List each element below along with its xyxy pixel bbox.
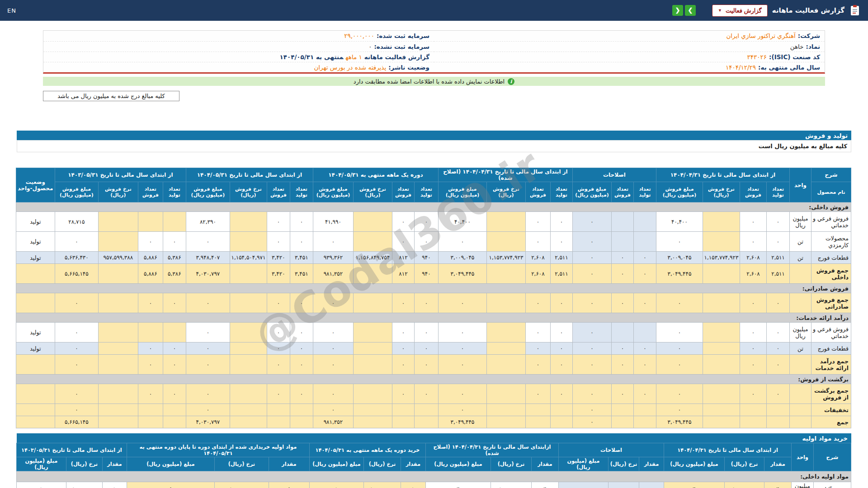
table-cell: ۰ [611,343,633,355]
row-label: تخفیفات [811,404,851,416]
table-cell: ۰ [572,384,611,404]
unit-cell: میلیون ریال [790,323,811,343]
table-cell [353,323,392,343]
table-cell: ۰ [313,355,353,375]
table-cell: ۸۱۲ [392,264,414,284]
language-en-link[interactable]: EN [7,7,16,14]
table-cell [230,416,267,428]
table-cell: ۰ [267,323,290,343]
column-header: شرح [811,168,851,182]
table-cell: ۴ [664,482,724,488]
table-cell: ۰ [138,293,163,313]
table-cell [486,343,525,355]
table-cell: ۰ [633,264,656,284]
next-report-button[interactable]: ❯ [685,5,696,16]
column-header: مبلغ (میلیون ریال) [309,457,363,471]
report-type-dropdown[interactable]: گزارش فعالیت ▼ [712,5,768,17]
table-cell: ۰ [163,355,186,375]
table-cell: ۰ [740,293,767,313]
table-cell: ۰ [740,232,767,252]
table-cell: ۲,۵۱۱ [550,264,572,284]
table-cell: ۰ [438,323,486,343]
table-cell: ۳,۰۴۹,۴۴۵ [438,264,486,284]
column-header: نرخ فروش (ریال) [98,182,138,202]
table-cell: ۰ [438,355,486,375]
table-cell [740,416,767,428]
table-cell: ۱,۰۰۰,۰۰۰ [363,482,401,488]
status-cell: تولید [16,343,55,355]
unit-cell [790,384,811,404]
table-cell: ۰ [267,232,290,252]
table-cell [353,355,392,375]
table-cell [703,355,740,375]
table-cell: ۰ [313,232,353,252]
table-cell: ۱,۱۵۳,۷۷۴,۹۲۳ [486,252,525,264]
table-cell: ۰ [163,293,186,313]
table-cell: ۵,۳۸۶ [163,264,186,284]
table-cell: ۰ [656,404,703,416]
table-cell: ۳,۰۰۹,۰۴۵ [438,252,486,264]
table-cell: ۹۵۷,۵۹۹,۳۸۸ [98,252,138,264]
table-cell: ۰ [392,343,414,355]
table-cell: ۰ [656,384,703,404]
table-cell [703,343,740,355]
table-cell [392,416,414,428]
table-cell [230,343,267,355]
column-header: تعداد فروش [138,182,163,202]
table-cell: ۵ [269,482,309,488]
report-dropdown-label: گزارش فعالیت [726,7,762,14]
table-cell [353,343,392,355]
info-value: ۱۴۰۴/۱۲/۲۹ [726,64,756,71]
unit-cell [790,416,811,428]
table-cell [525,404,550,416]
table-cell: ۱,۰۰۰,۰۰۰ [725,482,764,488]
sales-subtitle: کلیه مبالغ به میلیون ریال است [17,140,851,152]
table-cell: ۰ [633,384,656,404]
table-cell [230,293,267,313]
table-cell: ۱,۰۰۰,۰۰۰ [214,482,269,488]
table-cell: ۰ [55,232,98,252]
unit-cell: میلیون ریال [792,482,814,488]
table-cell [703,293,740,313]
table-cell [611,232,633,252]
prev-report-button[interactable]: ❮ [672,5,683,16]
table-cell [486,323,525,343]
table-cell [414,416,438,428]
table-cell: ۰ [392,293,414,313]
table-cell: ۰ [392,384,414,404]
info-cell-left: سرمایه ثبت شده:۲۹,۰۰۰,۰۰۰ [43,31,434,41]
info-label: سرمایه ثبت شده: [377,32,429,39]
table-cell [98,264,138,284]
table-cell [230,404,267,416]
table-cell: ۰ [290,384,313,404]
table-cell [353,384,392,404]
column-header: مبلغ فروش (میلیون ریال) [313,182,353,202]
table-cell: ۰ [550,323,572,343]
info-value: ۲۹,۰۰۰,۰۰۰ [344,32,374,39]
table-cell: ۰ [313,323,353,343]
column-header: مبلغ فروش (میلیون ریال) [438,182,486,202]
table-cell: ۰ [740,343,767,355]
table-cell: ۰ [767,355,790,375]
column-group-header: اصلاحات [572,168,656,182]
table-cell: ۰ [656,355,703,375]
table-cell: ۰ [767,323,790,343]
column-header: مبلغ (میلیون ریال) [16,457,66,471]
table-cell: ۰ [55,343,98,355]
column-header: مبلغ فروش (میلیون ریال) [656,182,703,202]
table-cell: ۱,۰۰۰,۰۰۰ [66,482,102,488]
section-row-label: درآمد ارائه خدمات: [16,313,851,323]
column-header: نرخ (ریال) [214,457,269,471]
table-cell: ۰ [186,343,230,355]
company-link[interactable]: آهنگري تراکتور سازي ایران [726,32,795,39]
table-cell: ۲,۶۰۸ [740,252,767,264]
table-cell: ۰ [290,232,313,252]
unit-cell: تن [790,232,811,252]
table-cell: ۰ [438,232,486,252]
info-cell-left: وضعیت ناشر:پذیرفته شده در بورس تهران [43,62,434,72]
column-header: تعداد فروش [525,182,550,202]
info-value: ۰ [368,43,372,50]
table-cell [98,355,138,375]
table-cell: ۹۸۱,۳۵۲ [313,416,353,428]
table-cell [230,212,267,232]
